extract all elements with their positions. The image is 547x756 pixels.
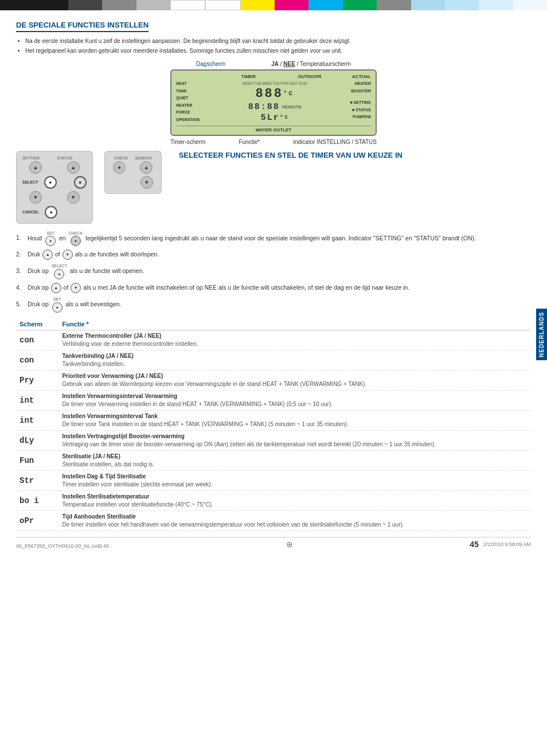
set-icon-step1: ● (45, 236, 56, 246)
page-content: NEDERLANDS DE SPECIALE FUNCTIES INSTELLE… (0, 10, 547, 559)
lcd-timer-label: TIMER (241, 74, 256, 79)
lcd-display: TIMER OUTDOOR ACTUAL HEAT TANK QUIET HEA… (170, 69, 377, 136)
search-label: SEARCH (135, 156, 151, 160)
lcd-status-dot: ■ STATUS (350, 107, 371, 114)
col-functie: Functie * (58, 318, 531, 330)
bullet-2: Het regelpaneel kan worden gebruikt voor… (25, 46, 531, 55)
color-segment-4 (102, 0, 136, 10)
cell-scherm: Str (16, 470, 58, 490)
status-circle-button[interactable]: ● (74, 176, 87, 189)
table-row: PryPrioriteit voor Verwarming (JA / NEE)… (16, 370, 531, 390)
lcd-operation: OPERATION (176, 116, 200, 124)
table-row: StrInstellen Dag & Tijd SterilisatieTime… (16, 470, 531, 490)
lcd-right-labels: HEATER BOOSTER ■ SETTING ■ STATUS PUMPDW (350, 80, 371, 124)
search-down-button[interactable]: ▼ (67, 191, 80, 204)
lcd-booster: BOOSTER (350, 88, 371, 95)
color-segment-3 (68, 0, 102, 10)
bullet-1: Na de eerste installatie Kunt u zelf de … (25, 37, 531, 45)
lcd-left-labels: HEAT TANK QUIET HEATER FORCE OPERATION (176, 80, 200, 124)
right-button-panel: CHECK SEARCH ● ▲ ▼ (104, 151, 162, 194)
table-row: intInstellen Verwarmingsinterval TankDe … (16, 410, 531, 430)
set-icon-step5: ● (52, 302, 62, 313)
function-table: Scherm Functie * conExterne Thermocontro… (16, 318, 531, 531)
footer-left: 06_F567350_OYTH0910-00_NL.indd 45 (16, 543, 109, 549)
col-scherm: Scherm (16, 318, 58, 330)
color-segment-7 (205, 0, 240, 10)
color-segment-6 (170, 0, 205, 10)
check-up-button[interactable]: ▲ (67, 161, 80, 174)
steps-section: 1. Houd SET ● en CHECK ● tegelijkertijd … (16, 231, 531, 313)
setting-label: SETTING (22, 156, 40, 160)
table-row: FunSterilisatie (JA / NEE)Sterilisatie i… (16, 450, 531, 470)
color-segment-ltblue3 (479, 0, 513, 10)
select-icon-step3: ● (54, 269, 64, 279)
check-btn[interactable]: ● (113, 161, 126, 174)
selecteer-title: SELECTEER FUNCTIES EN STEL DE TIMER VAN … (179, 151, 403, 159)
cell-scherm: int (16, 410, 58, 430)
cell-functie: Externe Thermocontroller (JA / NEE)Verbi… (58, 330, 531, 350)
lcd-outdoor-label: OUTDOOR (298, 74, 321, 79)
table-row: oPrTijd Aanhouden SterilisatieDe timer i… (16, 511, 531, 531)
cancel-button[interactable]: ● (45, 206, 57, 219)
set-up-button[interactable]: ▲ (29, 161, 42, 174)
color-segment-2 (34, 0, 68, 10)
cell-functie: Instellen Vertragingstijd Booster-verwar… (58, 430, 531, 450)
label-dagscherm: Dagscherm (196, 61, 225, 67)
search-up-button[interactable]: ▲ (140, 161, 153, 174)
color-segment-1 (0, 0, 34, 10)
label-timer-scherm: Timer-scherm (170, 139, 205, 145)
lcd-tank: TANK (176, 88, 200, 95)
cell-functie: Instellen Verwarmingsinterval TankDe tim… (58, 410, 531, 430)
status-label-top: STATUS (57, 156, 72, 160)
crosshair-icon: ⊕ (286, 540, 293, 549)
label-instelling: Indicator INSTELLING / STATUS (293, 139, 377, 145)
step-5: 5. Druk op SET ● als u wilt bevestigen. (16, 297, 531, 313)
color-segment-5 (136, 0, 170, 10)
lcd-check-dots: ■ SETTING (350, 99, 371, 107)
cell-scherm: Pry (16, 370, 58, 390)
down-icon-step4: ▼ (71, 283, 81, 293)
page-title: DE SPECIALE FUNCTIES INSTELLEN (16, 21, 149, 32)
cell-functie: Sterilisatie (JA / NEE)Sterilisatie inst… (58, 450, 531, 470)
lcd-water-outlet: WATER OUTLET (176, 126, 371, 133)
lcd-heat: HEAT (176, 80, 200, 88)
page-number: 45 (470, 540, 479, 549)
lcd-force: FORCE (176, 109, 200, 116)
color-segment-ltblue1 (411, 0, 445, 10)
cell-functie: Tijd Aanhouden SterilisatieDe timer inst… (58, 511, 531, 531)
lcd-pumpdw: PUMPDW (350, 114, 371, 121)
down-icon-step2: ▼ (62, 250, 73, 260)
cell-scherm: con (16, 350, 58, 370)
table-row: conTankverbinding (JA / NEE)Tankverbindi… (16, 350, 531, 370)
set-down-button[interactable]: ▼ (29, 191, 42, 204)
color-segment-gray2 (377, 0, 411, 10)
cell-functie: Instellen Dag & Tijd SterilisatieTimer i… (58, 470, 531, 490)
cancel-side-label: CANCEL (22, 210, 39, 214)
label-functie-bottom: Functie* (239, 139, 260, 145)
cell-functie: Tankverbinding (JA / NEE)Tankverbinding … (58, 350, 531, 370)
cell-scherm: con (16, 330, 58, 350)
lcd-quiet: QUIET (176, 95, 200, 102)
color-segment-ltblue2 (445, 0, 479, 10)
color-segment-cyan (308, 0, 342, 10)
lcd-scr-digits: 5Lr°C (261, 113, 289, 123)
table-row: bo iInstellen SterilisatietemperatuurTem… (16, 490, 531, 511)
cell-functie: Prioriteit voor Verwarming (JA / NEE)Geb… (58, 370, 531, 390)
color-segment-green (343, 0, 377, 10)
cell-scherm: int (16, 390, 58, 410)
up-icon-step2: ▲ (42, 250, 53, 260)
search-btn-down[interactable]: ▼ (140, 176, 153, 189)
controls-section: SETTING STATUS ▲ ▲ SELECT ● ● ▼ ▼ C (16, 151, 531, 224)
lcd-time-digits: 88:88 (248, 102, 280, 112)
color-segment-yellow (241, 0, 275, 10)
lcd-heater: HEATER (176, 102, 200, 110)
lcd-remote: REMOTE (282, 104, 302, 110)
lcd-big-digits: 888°C (255, 87, 294, 101)
step-3: 3. Druk op SELECT ● als u de functie wil… (16, 263, 531, 279)
step-4: 4. Druk op ▲ of ▼ als u met JA de functi… (16, 283, 531, 293)
color-segment-ltblue4 (513, 0, 547, 10)
cell-functie: Instellen SterilisatietemperatuurTempera… (58, 490, 531, 511)
check-icon-step1: ● (71, 236, 81, 246)
select-button[interactable]: ● (44, 176, 57, 189)
cell-scherm: bo i (16, 490, 58, 511)
